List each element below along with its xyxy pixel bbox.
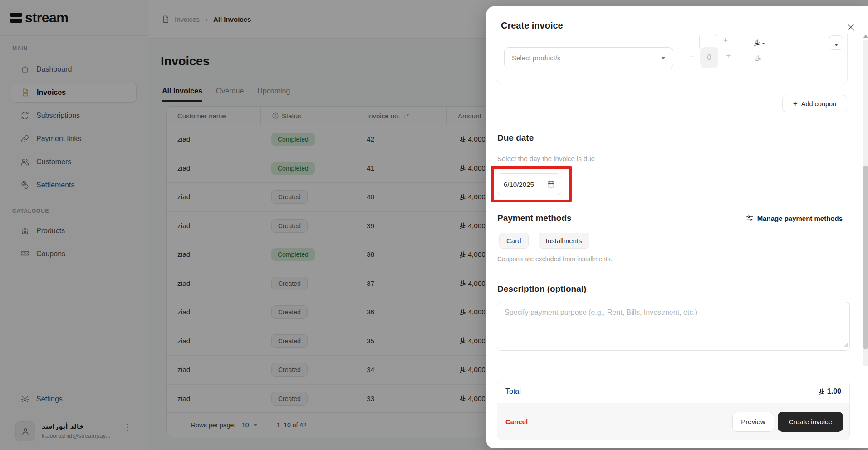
- manage-payment-methods-link[interactable]: Manage payment methods: [746, 215, 843, 222]
- divider: [486, 372, 868, 372]
- sar-symbol-icon: [819, 388, 824, 395]
- preview-button[interactable]: Preview: [732, 412, 774, 432]
- chevron-down-icon: [661, 57, 666, 59]
- payment-methods-heading: Payment methods: [497, 213, 572, 223]
- product-select[interactable]: Select product/s: [504, 47, 673, 68]
- description-heading: Description (optional): [497, 284, 586, 294]
- decrease-quantity-button[interactable]: −: [689, 52, 695, 62]
- scroll-up-icon[interactable]: [863, 34, 868, 38]
- total-value: 1.00: [819, 387, 841, 396]
- scrollbar-thumb[interactable]: [863, 166, 868, 349]
- modal-actions: Cancel Preview Create invoice: [497, 403, 849, 440]
- sar-symbol-icon: [754, 39, 760, 46]
- row-amount: -: [755, 54, 766, 62]
- chip-card[interactable]: Card: [499, 233, 529, 249]
- sliders-icon: [746, 215, 754, 222]
- total-card: Total 1.00 Cancel Preview Create invoice: [497, 380, 850, 440]
- due-date-helper: Select the day the invoice is due: [497, 155, 595, 162]
- total-label: Total: [505, 387, 521, 396]
- payment-method-chips: Card Installments: [499, 233, 589, 249]
- cancel-button[interactable]: Cancel: [505, 418, 528, 426]
- row-options-select[interactable]: [829, 35, 843, 50]
- product-select-placeholder: Select product/s: [512, 54, 561, 62]
- due-date-value: 6/10/2025: [504, 181, 534, 188]
- close-icon[interactable]: [845, 22, 856, 33]
- plus-icon: +: [793, 99, 798, 108]
- increase-quantity-button[interactable]: +: [726, 51, 731, 61]
- description-textarea[interactable]: [497, 302, 850, 351]
- increase-quantity-button[interactable]: +: [723, 36, 728, 45]
- calendar-icon: [547, 180, 555, 188]
- chevron-down-icon: [834, 44, 838, 46]
- create-invoice-button[interactable]: Create invoice: [778, 412, 843, 432]
- due-date-input[interactable]: 6/10/2025: [497, 173, 561, 195]
- modal-title: Create invoice: [501, 20, 563, 31]
- total-row: Total 1.00: [497, 380, 849, 403]
- invoice-items-box: + - Select product/s − 0 + -: [497, 34, 848, 84]
- chip-installments[interactable]: Installments: [539, 233, 589, 249]
- sar-symbol-icon: [755, 55, 761, 62]
- due-date-heading: Due date: [497, 133, 534, 143]
- row-amount: -: [754, 39, 765, 47]
- quantity-input[interactable]: 0: [700, 47, 718, 68]
- modal-scroll-area: + - Select product/s − 0 + -: [486, 34, 861, 366]
- resize-handle-icon[interactable]: [843, 342, 848, 348]
- installments-note: Coupons are excluded from installments.: [497, 255, 613, 263]
- create-invoice-modal: Create invoice + - Select product/s: [486, 6, 868, 448]
- add-coupon-button[interactable]: + Add coupon: [782, 95, 847, 112]
